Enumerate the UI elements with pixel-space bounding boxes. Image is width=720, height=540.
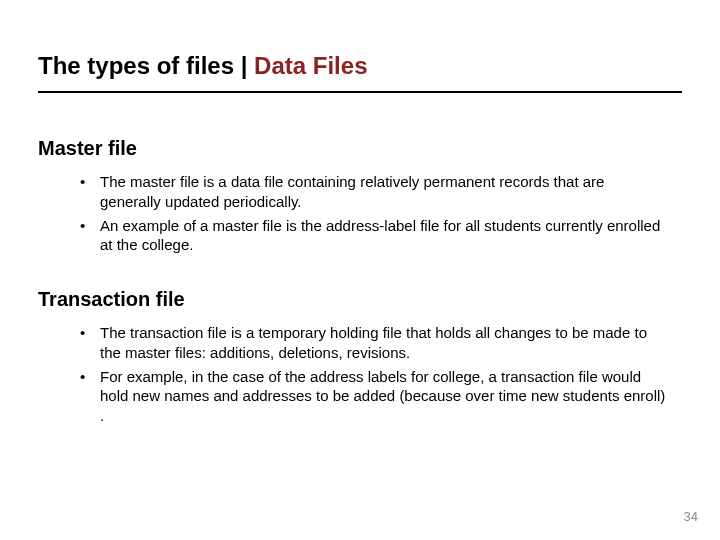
- list-item: For example, in the case of the address …: [76, 367, 668, 426]
- bullet-list-transaction-file: The transaction file is a temporary hold…: [76, 323, 668, 430]
- title-part2: Data Files: [254, 52, 367, 79]
- list-item: The master file is a data file containin…: [76, 172, 668, 212]
- list-item: An example of a master file is the addre…: [76, 216, 668, 256]
- slide-title: The types of files | Data Files: [38, 52, 682, 81]
- page-number: 34: [684, 509, 698, 524]
- list-item: The transaction file is a temporary hold…: [76, 323, 668, 363]
- title-part1: The types of files |: [38, 52, 254, 79]
- title-underline: [38, 91, 682, 93]
- bullet-list-master-file: The master file is a data file containin…: [76, 172, 668, 259]
- section-heading-master-file: Master file: [38, 137, 682, 160]
- title-block: The types of files | Data Files: [38, 52, 682, 93]
- slide: The types of files | Data Files Master f…: [0, 0, 720, 540]
- section-heading-transaction-file: Transaction file: [38, 288, 682, 311]
